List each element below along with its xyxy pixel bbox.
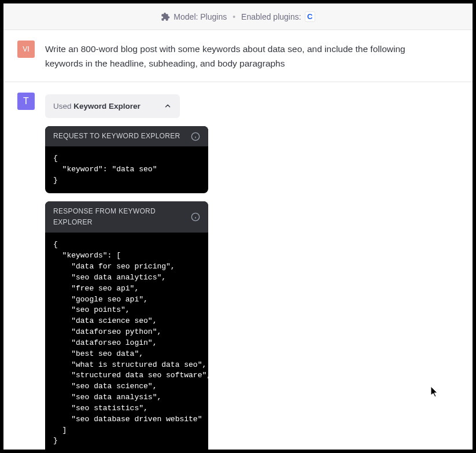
request-title: REQUEST TO KEYWORD EXPLORER (53, 131, 180, 142)
model-label: Model: Plugins (174, 12, 227, 21)
response-body: { "keywords": [ "data for seo pricing", … (45, 233, 208, 450)
user-message-text: Write an 800-word blog post with some ke… (45, 40, 415, 71)
separator-dot: • (233, 12, 235, 21)
info-icon[interactable] (191, 212, 200, 222)
enabled-plugins-label: Enabled plugins: (241, 12, 301, 21)
tool-used-label: Used (53, 102, 73, 111)
response-block: RESPONSE FROM KEYWORD EXPLORER { "keywor… (45, 201, 208, 450)
request-body: { "keyword": "data seo" } (45, 146, 208, 193)
response-title: RESPONSE FROM KEYWORD EXPLORER (53, 206, 191, 228)
tool-toggle[interactable]: Used Keyword Explorer (45, 94, 180, 119)
header-bar: Model: Plugins • Enabled plugins: C (3, 3, 473, 30)
user-message-row: VI Write an 800-word blog post with some… (3, 30, 473, 82)
tool-name: Keyword Explorer (73, 102, 141, 111)
chevron-up-icon (164, 102, 172, 110)
plugin-badge[interactable]: C (305, 12, 315, 22)
user-avatar: VI (17, 40, 35, 58)
info-icon[interactable] (191, 132, 200, 141)
puzzle-icon (161, 12, 170, 21)
request-block: REQUEST TO KEYWORD EXPLORER { "keyword":… (45, 126, 208, 193)
assistant-message-row: T Used Keyword Explorer REQUEST TO KEYWO… (3, 82, 473, 450)
assistant-avatar: T (17, 93, 35, 110)
